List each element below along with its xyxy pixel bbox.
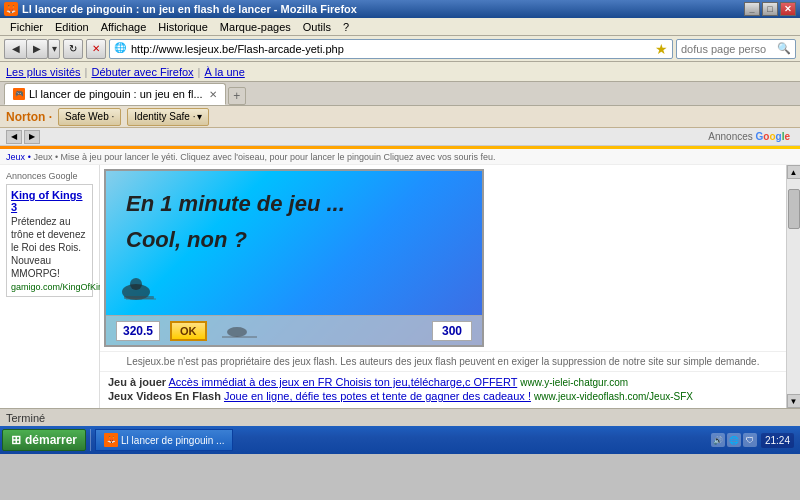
game-line1: En 1 minute de jeu ... (126, 191, 462, 217)
title-bar-left: 🦊 Ll lancer de pingouin : un jeu en flas… (4, 2, 357, 16)
scroll-track[interactable] (787, 179, 800, 394)
status-bar: Terminé (0, 408, 800, 426)
menu-help[interactable]: ? (337, 20, 355, 34)
status-text: Terminé (6, 412, 794, 424)
window-title: Ll lancer de pingouin : un jeu en flash … (22, 3, 357, 15)
ad-box: King of Kings 3 Prétendez au trône et de… (6, 184, 93, 297)
tab-close-button[interactable]: ✕ (209, 89, 217, 100)
search-box[interactable]: 🔍 (676, 39, 796, 59)
ok-button[interactable]: OK (170, 321, 207, 341)
scroll-down-button[interactable]: ▼ (787, 394, 801, 408)
menu-affichage[interactable]: Affichage (95, 20, 153, 34)
taskbar-window-icon: 🦊 (104, 433, 118, 447)
active-tab[interactable]: 🎮 Ll lancer de pingouin : un jeu en fl..… (4, 83, 226, 105)
new-tab-button[interactable]: + (228, 87, 246, 105)
link-label-2: Jeux Videos En Flash (108, 390, 221, 402)
taskbar-right: 🔊 🌐 🛡 21:24 (711, 433, 798, 448)
norton-toolbar: Norton · Safe Web · Identity Safe · ▾ (0, 106, 800, 128)
back-button[interactable]: ◀ (4, 39, 26, 59)
game-container: En 1 minute de jeu ... Cool, non ? (100, 165, 786, 351)
main-content: En 1 minute de jeu ... Cool, non ? (100, 165, 786, 408)
menu-marque-pages[interactable]: Marque-pages (214, 20, 297, 34)
back-forward-group: ◀ ▶ ▾ (4, 39, 60, 59)
norton-dropdown-icon: ▾ (197, 111, 202, 122)
menu-fichier[interactable]: Fichier (4, 20, 49, 34)
score-bar: 320.5 OK 300 (106, 315, 482, 345)
menu-outils[interactable]: Outils (297, 20, 337, 34)
menu-historique[interactable]: Historique (152, 20, 214, 34)
inner-content-wrapper: Annonces Google King of Kings 3 Prétende… (0, 165, 800, 408)
ad-title[interactable]: King of Kings 3 (11, 189, 88, 213)
ad-url: gamigo.com/KingOfKin (11, 282, 88, 292)
refresh-button[interactable]: ↻ (63, 39, 83, 59)
taskbar-separator (90, 429, 91, 451)
minimize-button[interactable]: _ (744, 2, 760, 16)
norton-safeweb-label: Safe Web · (65, 111, 114, 122)
penguin-silhouette (116, 274, 176, 304)
game-line2: Cool, non ? (126, 227, 462, 253)
title-bar: 🦊 Ll lancer de pingouin : un jeu en flas… (0, 0, 800, 18)
breadcrumb-desc: Jeux • Mise à jeu pour lancer le yéti. C… (33, 152, 495, 162)
norton-safeweb-button[interactable]: Safe Web · (58, 108, 121, 126)
annonces-top: Annonces Google (708, 131, 794, 142)
flash-game: En 1 minute de jeu ... Cool, non ? (104, 169, 484, 347)
taskbar-active-window[interactable]: 🦊 Ll lancer de pingouin ... (95, 429, 233, 451)
tab-favicon: 🎮 (13, 88, 25, 100)
left-sidebar: Annonces Google King of Kings 3 Prétende… (0, 165, 100, 408)
scroll-up-button[interactable]: ▲ (787, 165, 801, 179)
ad-text: Prétendez au trône et devenez le Roi des… (11, 215, 88, 280)
game-text-area: En 1 minute de jeu ... Cool, non ? (106, 171, 482, 263)
nav-bar: ◀ ▶ ▾ ↻ ✕ 🌐 ★ 🔍 (0, 36, 800, 62)
content-area: ◀ ▶ Annonces Google Jeux • Jeux • Mise à… (0, 128, 800, 408)
link-text-2[interactable]: Joue en ligne, défie tes potes et tente … (224, 390, 531, 402)
breadcrumb-text: Jeux (6, 152, 25, 162)
inner-top-bar: ◀ ▶ Annonces Google (0, 128, 800, 146)
systray-icon-2: 🌐 (727, 433, 741, 447)
inner-back-button[interactable]: ◀ (6, 130, 22, 144)
start-button[interactable]: ⊞ démarrer (2, 429, 86, 451)
address-bar[interactable]: 🌐 ★ (109, 39, 673, 59)
stop-button[interactable]: ✕ (86, 39, 106, 59)
penguin-area (106, 270, 482, 308)
score-box-1: 320.5 (116, 321, 160, 341)
taskbar: ⊞ démarrer 🦊 Ll lancer de pingouin ... 🔊… (0, 426, 800, 454)
norton-identity-label: Identity Safe · (134, 111, 195, 122)
menu-edition[interactable]: Edition (49, 20, 95, 34)
system-tray: 🔊 🌐 🛡 (711, 433, 757, 447)
bookmark-start-firefox[interactable]: Débuter avec Firefox (91, 66, 193, 78)
scroll-thumb[interactable] (788, 189, 800, 229)
link-text-1[interactable]: Accès immédiat à des jeux en FR Choisis … (169, 376, 518, 388)
taskbar-window-title: Ll lancer de pingouin ... (121, 435, 224, 446)
search-input[interactable] (681, 43, 774, 55)
annonces-label: Annonces Google (6, 171, 93, 181)
breadcrumb: Jeux • Jeux • Mise à jeu pour lancer le … (0, 149, 800, 165)
inner-forward-button[interactable]: ▶ (24, 130, 40, 144)
link-url-1: www.y-ielei-chatgur.com (520, 377, 628, 388)
inner-nav-buttons: ◀ ▶ (6, 130, 40, 144)
google-brand: Google (756, 131, 790, 142)
page-icon: 🌐 (114, 42, 128, 56)
systray-icon-1: 🔊 (711, 433, 725, 447)
link-label-1: Jeu à jouer (108, 376, 166, 388)
window-controls: _ □ ✕ (744, 2, 796, 16)
bookmark-star[interactable]: ★ (655, 41, 668, 57)
bottom-links: Jeu à jouer Accès immédiat à des jeux en… (100, 371, 786, 408)
start-label: démarrer (25, 433, 77, 447)
nav-dropdown-button[interactable]: ▾ (48, 39, 60, 59)
forward-button[interactable]: ▶ (26, 39, 48, 59)
close-button[interactable]: ✕ (780, 2, 796, 16)
maximize-button[interactable]: □ (762, 2, 778, 16)
scrollbar-vertical[interactable]: ▲ ▼ (786, 165, 800, 408)
svg-point-1 (130, 278, 142, 290)
sled-icon (217, 320, 277, 340)
bookmark-most-visited[interactable]: Les plus visités (6, 66, 81, 78)
bottom-link-1: Jeu à jouer Accès immédiat à des jeux en… (108, 376, 778, 388)
bookmark-a-la-une[interactable]: À la une (204, 66, 244, 78)
footer-disclaimer: Lesjeux.be n'est pas propriétaire des je… (100, 351, 786, 371)
tabs-container: 🎮 Ll lancer de pingouin : un jeu en fl..… (0, 82, 800, 106)
search-icon[interactable]: 🔍 (777, 42, 791, 55)
windows-logo: ⊞ (11, 433, 21, 447)
address-input[interactable] (131, 43, 652, 55)
svg-point-4 (227, 327, 247, 337)
norton-identity-button[interactable]: Identity Safe · ▾ (127, 108, 209, 126)
